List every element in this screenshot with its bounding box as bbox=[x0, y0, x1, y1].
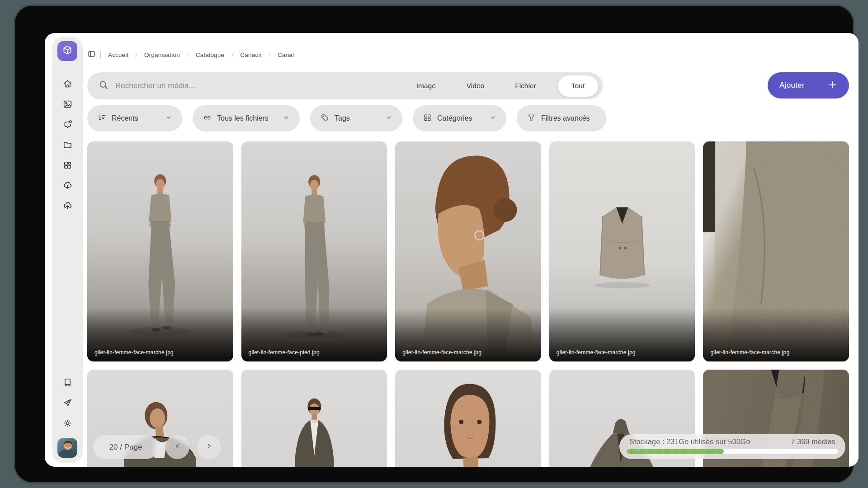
sidebar-item-share[interactable] bbox=[57, 394, 77, 414]
storage-widget: Stockage : 231Go utilisés sur 500Go 7 36… bbox=[619, 434, 845, 459]
next-page-button[interactable] bbox=[197, 435, 221, 459]
media-filename: gilet-lin-femme-face-pied.jpg bbox=[249, 349, 320, 356]
media-type-tabs: Image Video Fichier Tout bbox=[401, 75, 598, 97]
chevron-right-icon bbox=[266, 52, 273, 57]
sidebar-item-integrations[interactable] bbox=[57, 156, 77, 176]
filter-advanced[interactable]: Filtres avancés bbox=[517, 105, 606, 131]
breadcrumb-item-organisation[interactable]: Organisation bbox=[144, 52, 180, 58]
filter-label: Tous les fichiers bbox=[217, 114, 269, 122]
tab-video[interactable]: Video bbox=[451, 82, 500, 90]
breadcrumb-divider bbox=[100, 51, 101, 58]
search-icon bbox=[98, 80, 109, 92]
sidebar-item-home[interactable] bbox=[57, 75, 77, 95]
chevron-down-icon bbox=[481, 114, 496, 123]
breadcrumb-item-accueil[interactable]: Accueil bbox=[108, 52, 128, 58]
tab-tout[interactable]: Tout bbox=[558, 75, 598, 97]
page-size-selector[interactable]: 20 / Page bbox=[93, 435, 158, 459]
funnel-icon bbox=[527, 113, 536, 124]
sidebar-item-theme[interactable] bbox=[57, 414, 77, 434]
chevron-right-icon bbox=[205, 442, 213, 452]
storage-progress-track bbox=[627, 449, 838, 454]
filter-label: Catégories bbox=[437, 114, 472, 122]
search-input[interactable] bbox=[115, 81, 401, 90]
chevron-down-icon bbox=[157, 114, 172, 123]
chevron-right-icon bbox=[184, 52, 191, 57]
previous-page-button[interactable] bbox=[165, 435, 189, 459]
image-icon bbox=[62, 99, 73, 111]
filter-label: Tags bbox=[335, 114, 350, 122]
sidebar-item-folders[interactable] bbox=[57, 136, 77, 156]
storage-progress-fill bbox=[627, 449, 724, 454]
main-content: Accueil Organisation Catalogue Canaux Ca… bbox=[87, 33, 849, 467]
send-icon bbox=[62, 398, 73, 410]
user-avatar[interactable] bbox=[57, 438, 77, 458]
media-card[interactable]: gilet-lin-femme-face-marche.jpg bbox=[549, 141, 695, 361]
chevron-right-icon bbox=[133, 52, 140, 57]
chevron-down-icon bbox=[377, 114, 392, 123]
filter-label: Filtres avancés bbox=[541, 114, 590, 122]
grid-icon bbox=[423, 113, 432, 124]
home-icon bbox=[62, 79, 73, 91]
tab-fichier[interactable]: Fichier bbox=[500, 82, 552, 90]
folder-icon bbox=[62, 140, 73, 152]
chevron-left-icon bbox=[174, 442, 181, 452]
sidebar bbox=[52, 37, 83, 463]
filter-row: Récents Tous les fichiers Tags Catégorie… bbox=[87, 105, 849, 131]
media-card[interactable]: gilet-lin-femme-face-marche.jpg bbox=[395, 141, 541, 361]
breadcrumb-item-canal[interactable]: Canal bbox=[278, 52, 294, 58]
breadcrumb-item-canaux[interactable]: Canaux bbox=[240, 52, 262, 58]
blocks-icon bbox=[62, 160, 73, 172]
media-count: 7 369 médias bbox=[791, 438, 835, 446]
media-filename: gilet-lin-femme-face-marche.jpg bbox=[710, 349, 789, 356]
comment-icon bbox=[62, 119, 73, 131]
media-filename: gilet-lin-femme-face-marche.jpg bbox=[557, 349, 636, 356]
tab-image[interactable]: Image bbox=[401, 82, 451, 90]
sidebar-item-notes[interactable] bbox=[57, 373, 77, 394]
tag-icon bbox=[320, 113, 330, 124]
app-logo[interactable] bbox=[57, 41, 77, 61]
breadcrumb: Accueil Organisation Catalogue Canaux Ca… bbox=[87, 50, 849, 59]
media-card[interactable] bbox=[395, 370, 541, 467]
panel-toggle-icon[interactable] bbox=[87, 50, 96, 60]
sidebar-item-cloud-download[interactable] bbox=[57, 176, 77, 197]
filter-label: Récents bbox=[112, 114, 138, 122]
page-size-label: 20 / Page bbox=[109, 443, 142, 452]
filter-file-type[interactable]: Tous les fichiers bbox=[193, 105, 300, 131]
add-media-button[interactable]: Ajouter bbox=[768, 72, 849, 99]
filter-recents[interactable]: Récents bbox=[87, 105, 182, 131]
cube-logo-icon bbox=[61, 44, 73, 58]
sun-icon bbox=[62, 418, 73, 430]
chevron-down-icon bbox=[274, 114, 290, 123]
app-window: Accueil Organisation Catalogue Canaux Ca… bbox=[45, 33, 859, 467]
media-card[interactable] bbox=[241, 370, 387, 467]
media-card[interactable]: gilet-lin-femme-face-pied.jpg bbox=[241, 141, 387, 361]
add-button-label: Ajouter bbox=[779, 81, 805, 90]
cloud-upload-icon bbox=[62, 201, 73, 213]
chevron-right-icon bbox=[229, 52, 236, 57]
device-frame: Accueil Organisation Catalogue Canaux Ca… bbox=[14, 5, 854, 483]
filter-tags[interactable]: Tags bbox=[310, 105, 402, 131]
storage-label: Stockage : 231Go utilisés sur 500Go bbox=[629, 438, 750, 446]
filter-categories[interactable]: Catégories bbox=[413, 105, 506, 131]
sidebar-item-feedback[interactable] bbox=[57, 115, 77, 136]
media-grid: gilet-lin-femme-face-marche.jpg gilet-li… bbox=[87, 141, 849, 467]
media-card[interactable]: gilet-lin-femme-face-marche.jpg bbox=[703, 141, 849, 361]
search-bar: Image Video Fichier Tout bbox=[87, 72, 603, 99]
breadcrumb-item-catalogue[interactable]: Catalogue bbox=[196, 52, 224, 58]
media-card[interactable]: gilet-lin-femme-face-marche.jpg bbox=[87, 141, 233, 361]
media-filename: gilet-lin-femme-face-marche.jpg bbox=[402, 349, 481, 356]
link-icon bbox=[203, 113, 212, 124]
cloud-download-icon bbox=[62, 180, 73, 192]
media-filename: gilet-lin-femme-face-marche.jpg bbox=[94, 349, 174, 356]
sort-descending-icon bbox=[97, 113, 107, 124]
sidebar-item-cloud-upload[interactable] bbox=[57, 197, 77, 217]
plus-icon bbox=[828, 80, 837, 91]
sidebar-item-media[interactable] bbox=[57, 95, 77, 115]
notebook-icon bbox=[62, 377, 73, 389]
